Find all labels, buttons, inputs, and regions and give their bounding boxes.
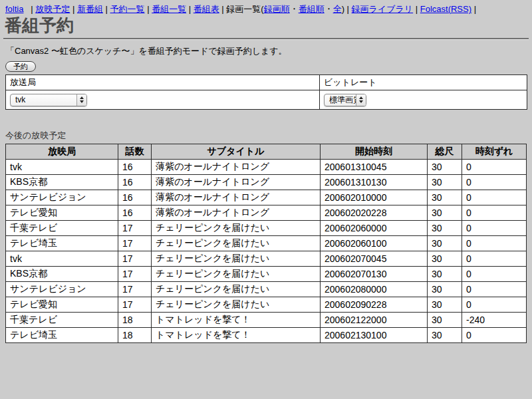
schedule-cell: 30 <box>428 236 462 251</box>
schedule-row: 千葉テレビ18トマトレッドを撃て！20060212200030-240 <box>6 313 527 328</box>
stepper-arrows-icon <box>356 94 366 106</box>
schedule-cell: 30 <box>428 297 462 313</box>
schedule-cell: 0 <box>462 267 527 282</box>
schedule-cell: 30 <box>428 328 462 343</box>
schedule-cell: 0 <box>462 236 527 251</box>
schedule-row: tvk17チェリーピンクを届けたい200602070045300 <box>6 251 527 267</box>
nav-separator: | <box>471 4 476 14</box>
nav-link-10[interactable]: 番組表 <box>194 4 219 14</box>
nav-link-0[interactable]: foltia <box>5 4 23 14</box>
schedule-cell: 30 <box>428 190 462 205</box>
schedule-row: サンテレビジョン16薄紫のオールナイトロング200602010000300 <box>6 190 527 205</box>
schedule-heading: 今後の放映予定 <box>5 130 532 142</box>
schedule-col-header-4: 総尺 <box>428 144 462 160</box>
nav-separator: | <box>103 4 110 14</box>
schedule-cell: 200602070130 <box>321 267 428 282</box>
schedule-cell: テレビ愛知 <box>6 205 118 221</box>
schedule-cell: 0 <box>462 297 527 313</box>
schedule-cell: 薄紫のオールナイトロング <box>152 205 321 221</box>
nav-separator: | <box>23 4 35 14</box>
schedule-col-header-3: 開始時刻 <box>321 144 428 160</box>
schedule-cell: テレビ愛知 <box>6 297 118 313</box>
schedule-cell: 200602010000 <box>321 190 428 205</box>
nav-separator: | <box>70 4 77 14</box>
schedule-row: KBS京都17チェリーピンクを届けたい200602070130300 <box>6 267 527 282</box>
schedule-cell: 16 <box>118 190 152 205</box>
schedule-cell: 200602060100 <box>321 236 428 251</box>
station-select-value: tvk <box>11 94 76 106</box>
schedule-cell: 200601310045 <box>321 160 428 175</box>
schedule-cell: 18 <box>118 328 152 343</box>
station-select[interactable]: tvk <box>10 94 87 106</box>
schedule-cell: 0 <box>462 328 527 343</box>
schedule-cell: 0 <box>462 175 527 190</box>
schedule-row: テレビ愛知17チェリーピンクを届けたい200602090228300 <box>6 297 527 313</box>
schedule-cell: 30 <box>428 205 462 221</box>
schedule-cell: 200602060000 <box>321 221 428 236</box>
schedule-cell: 200602122000 <box>321 313 428 328</box>
schedule-table: 放映局話数サブタイトル開始時刻総尺時刻ずれ tvk16薄紫のオールナイトロング2… <box>5 144 527 343</box>
schedule-cell: 30 <box>428 175 462 190</box>
schedule-body: tvk16薄紫のオールナイトロング200601310045300KBS京都16薄… <box>6 160 527 343</box>
nav-link-4[interactable]: 新番組 <box>77 4 103 14</box>
schedule-cell: 0 <box>462 160 527 175</box>
schedule-cell: 17 <box>118 282 152 297</box>
nav-link-16[interactable]: 全 <box>333 4 342 14</box>
schedule-cell: 薄紫のオールナイトロング <box>152 190 321 205</box>
schedule-cell: チェリーピンクを届けたい <box>152 236 321 251</box>
schedule-row: tvk16薄紫のオールナイトロング200601310045300 <box>6 160 527 175</box>
schedule-cell: 16 <box>118 160 152 175</box>
schedule-cell: -240 <box>462 313 527 328</box>
schedule-row: 千葉テレビ17チェリーピンクを届けたい200602060000300 <box>6 221 527 236</box>
reservation-description: 「Canvas2 〜虹色のスケッチ〜」を番組予約モードで録画予約します。 <box>6 45 532 57</box>
schedule-cell: 30 <box>428 282 462 297</box>
schedule-col-header-5: 時刻ずれ <box>462 144 527 160</box>
schedule-cell: 200601310130 <box>321 175 428 190</box>
schedule-header-row: 放映局話数サブタイトル開始時刻総尺時刻ずれ <box>6 144 527 160</box>
schedule-col-header-2: サブタイトル <box>152 144 321 160</box>
schedule-row: KBS京都16薄紫のオールナイトロング200601310130300 <box>6 175 527 190</box>
reserve-button[interactable]: 予約 <box>5 61 36 72</box>
schedule-cell: 0 <box>462 205 527 221</box>
schedule-cell: チェリーピンクを届けたい <box>152 297 321 313</box>
schedule-cell: tvk <box>6 160 118 175</box>
nav-link-12[interactable]: 録画順 <box>264 4 290 14</box>
schedule-cell: 16 <box>118 175 152 190</box>
nav-link-18[interactable]: 録画ライブラリ <box>352 4 414 14</box>
schedule-cell: 30 <box>428 251 462 267</box>
schedule-cell: 0 <box>462 251 527 267</box>
schedule-cell: 0 <box>462 282 527 297</box>
bitrate-label: ビットレート <box>320 75 527 90</box>
bitrate-select-value: 標準画質 <box>325 94 356 106</box>
schedule-cell: KBS京都 <box>6 175 118 190</box>
nav-separator: | 録画一覧( <box>219 4 264 14</box>
schedule-cell: チェリーピンクを届けたい <box>152 267 321 282</box>
schedule-cell: 17 <box>118 297 152 313</box>
nav-separator: | <box>145 4 152 14</box>
title-divider <box>3 38 529 40</box>
nav-link-2[interactable]: 放映予定 <box>35 4 70 14</box>
nav-separator: | <box>186 4 194 14</box>
schedule-row: テレビ埼玉17チェリーピンクを届けたい200602060100300 <box>6 236 527 251</box>
bitrate-select[interactable]: 標準画質 <box>324 94 366 106</box>
schedule-cell: tvk <box>6 251 118 267</box>
nav-link-8[interactable]: 番組一覧 <box>152 4 186 14</box>
schedule-cell: チェリーピンクを届けたい <box>152 251 321 267</box>
nav-link-6[interactable]: 予約一覧 <box>110 4 145 14</box>
nav-link-20[interactable]: Folcast(RSS) <box>420 4 471 14</box>
nav-link-14[interactable]: 番組順 <box>299 4 325 14</box>
schedule-row: サンテレビジョン17チェリーピンクを届けたい200602080000300 <box>6 282 527 297</box>
schedule-row: テレビ愛知16薄紫のオールナイトロング200602020228300 <box>6 205 527 221</box>
schedule-cell: 薄紫のオールナイトロング <box>152 175 321 190</box>
reservation-form-table: 放送局 ビットレート tvk 標準画質 <box>5 74 527 110</box>
schedule-cell: 17 <box>118 267 152 282</box>
schedule-cell: 17 <box>118 251 152 267</box>
schedule-cell: 16 <box>118 205 152 221</box>
schedule-cell: 30 <box>428 313 462 328</box>
schedule-cell: 18 <box>118 313 152 328</box>
nav-separator: ・ <box>290 4 299 14</box>
schedule-col-header-0: 放映局 <box>6 144 118 160</box>
schedule-cell: 200602090228 <box>321 297 428 313</box>
stepper-arrows-icon <box>76 94 86 106</box>
station-label: 放送局 <box>6 75 320 90</box>
